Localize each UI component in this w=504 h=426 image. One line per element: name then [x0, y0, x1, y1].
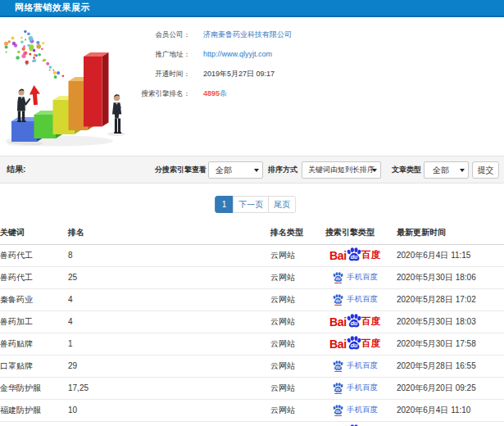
engine-select[interactable]: 全部	[208, 161, 263, 179]
member-info-label: 开通时间：	[156, 67, 191, 80]
cell-rank[interactable]: 29	[68, 355, 270, 377]
cell-update-time: 2020年5月28日 16:55	[397, 355, 504, 377]
chevron-down-icon	[372, 169, 377, 172]
baidu-paw-icon: du	[333, 360, 343, 372]
chevron-down-icon	[254, 169, 259, 172]
member-info-value[interactable]: http://www.qlyyjt.com	[203, 48, 272, 61]
svg-text:du: du	[336, 365, 341, 369]
pagination-page-1[interactable]: 1	[215, 196, 234, 213]
pagination-last[interactable]: 尾页	[268, 196, 296, 213]
cell-rank[interactable]: 10	[68, 399, 270, 421]
sort-select-value: 关键词由短到长排序	[308, 162, 375, 178]
sort-select[interactable]: 关键词由短到长排序	[302, 161, 381, 179]
baidu-mobile-logo: du手机百度	[325, 405, 397, 416]
cell-rank-type: 云网站	[270, 333, 325, 355]
table-row: 兽药代工 8 云网站 Baidu百度 2020年6月4日 11:15	[0, 244, 504, 266]
cell-rank-type: 云网站	[270, 355, 325, 377]
cell-engine-type: du手机百度	[325, 266, 397, 288]
cell-engine-type: du手机百度	[325, 355, 397, 377]
cell-rank[interactable]: 25	[68, 266, 270, 288]
cell-rank[interactable]: 1	[68, 333, 270, 355]
svg-text:du: du	[351, 342, 358, 349]
ranking-count: 4895	[203, 89, 220, 97]
cell-engine-type: du手机百度	[325, 288, 397, 310]
cell-engine-type: Baidu百度	[325, 310, 397, 333]
cell-rank-type: 云网站	[270, 399, 325, 421]
baidu-paw-icon: du	[347, 336, 361, 350]
cell-engine-type: Baidu百度	[325, 421, 397, 426]
baidu-paw-icon: du	[333, 294, 343, 306]
svg-text:du: du	[336, 277, 341, 281]
article-type-select[interactable]: 全部	[424, 161, 469, 179]
table-row: 口罩贴牌 29 云网站 du手机百度 2020年5月28日 16:55	[0, 355, 504, 377]
cell-update-time: 2020年5月30日 18:03	[397, 310, 504, 333]
cell-update-time: 2020年6月4日 11:15	[397, 244, 504, 266]
header-rank: 排名	[68, 221, 270, 244]
cell-rank[interactable]: 17,25	[68, 377, 270, 399]
baidu-pc-logo: Baidu百度	[325, 314, 397, 329]
cell-rank-type: 云网站	[270, 377, 325, 399]
submit-button[interactable]: 提交	[472, 161, 499, 179]
baidu-paw-icon: du	[347, 247, 361, 261]
member-info-label: 会员公司：	[156, 28, 191, 41]
sort-label: 排序方式	[268, 156, 297, 183]
cell-rank[interactable]: 8	[68, 244, 270, 266]
table-row: 兽药加工 4 云网站 Baidu百度 2020年5月30日 18:03	[0, 310, 504, 333]
member-info-label: 推广地址：	[156, 48, 191, 61]
table-row: 兽药代工 25 云网站 du手机百度 2020年5月30日 18:06	[0, 266, 504, 288]
cell-rank-type: 云网站	[270, 288, 325, 310]
member-info-row: 会员公司： 济南秦鲁药业科技有限公司	[0, 28, 393, 41]
cell-rank[interactable]: 4	[68, 288, 270, 310]
article-type-label: 文章类型	[392, 156, 421, 183]
cell-keyword	[0, 421, 68, 426]
cell-rank-type	[270, 421, 325, 426]
svg-text:du: du	[351, 254, 358, 261]
chevron-down-icon	[460, 169, 465, 172]
table-row: Baidu百度	[0, 421, 504, 426]
cell-keyword: 兽药代工	[0, 244, 68, 266]
cell-rank[interactable]	[68, 421, 270, 426]
baidu-mobile-logo: du手机百度	[325, 272, 397, 283]
member-info-row: 搜索引擎排名： 4895条	[0, 87, 393, 100]
cell-update-time: 2020年6月20日 09:25	[397, 377, 504, 399]
baidu-paw-icon: du	[333, 272, 343, 283]
baidu-paw-icon: du	[333, 383, 343, 394]
cell-engine-type: Baidu百度	[325, 333, 397, 355]
result-label: 结果:	[7, 156, 25, 183]
article-type-select-value: 全部	[433, 162, 449, 178]
page: 网络营销效果展示 会员公司： 济南秦鲁药业科技有限公司 推广地址： http:/…	[0, 0, 504, 426]
table-header-row: 关键词 排名 排名类型 搜索引擎类型 最新更新时间	[0, 221, 504, 244]
table-row: 金华防护服 17,25 云网站 du手机百度 2020年6月20日 09:25	[0, 377, 504, 399]
header-keyword: 关键词	[0, 221, 68, 244]
table-row: 兽药贴牌 1 云网站 Baidu百度 2020年5月30日 17:58	[0, 333, 504, 355]
member-info-value: 2019年5月27日 09:17	[203, 67, 275, 80]
pagination-area: 1 下一页 尾页	[0, 184, 504, 221]
cell-update-time	[397, 421, 504, 426]
filter-bar: 结果: 分搜索引擎查看 全部 排序方式 关键词由短到长排序 文章类型 全部 提交	[0, 156, 504, 184]
member-info-value[interactable]: 济南秦鲁药业科技有限公司	[203, 28, 292, 41]
pagination: 1 下一页 尾页	[215, 196, 297, 213]
table-row: 秦鲁药业 4 云网站 du手机百度 2020年5月28日 17:02	[0, 288, 504, 310]
svg-text:du: du	[351, 320, 358, 327]
title-bar: 网络营销效果展示	[0, 0, 504, 17]
baidu-mobile-logo: du手机百度	[325, 294, 397, 306]
cell-update-time: 2020年5月30日 17:58	[397, 333, 504, 355]
svg-text:du: du	[336, 299, 341, 303]
baidu-pc-logo: Baidu百度	[325, 247, 397, 263]
cell-engine-type: Baidu百度	[325, 244, 397, 266]
baidu-mobile-logo: du手机百度	[325, 360, 397, 372]
cell-rank[interactable]: 4	[68, 310, 270, 333]
ranking-table-area: 关键词 排名 排名类型 搜索引擎类型 最新更新时间 兽药代工 8 云网站 Bai…	[0, 221, 504, 426]
cell-keyword: 福建防护服	[0, 399, 68, 421]
cell-keyword: 金华防护服	[0, 377, 68, 399]
table-row: 福建防护服 10 云网站 du手机百度 2020年6月4日 11:10	[0, 399, 504, 421]
pagination-next[interactable]: 下一页	[233, 196, 269, 213]
baidu-paw-icon: du	[347, 314, 361, 328]
cell-update-time: 2020年5月28日 17:02	[397, 288, 504, 310]
header-rank-type: 排名类型	[270, 221, 325, 244]
svg-text:du: du	[336, 387, 341, 392]
cell-update-time: 2020年5月30日 18:06	[397, 266, 504, 288]
cell-keyword: 兽药贴牌	[0, 333, 68, 355]
cell-rank-type: 云网站	[270, 244, 325, 266]
hero-section: 会员公司： 济南秦鲁药业科技有限公司 推广地址： http://www.qlyy…	[0, 17, 504, 156]
